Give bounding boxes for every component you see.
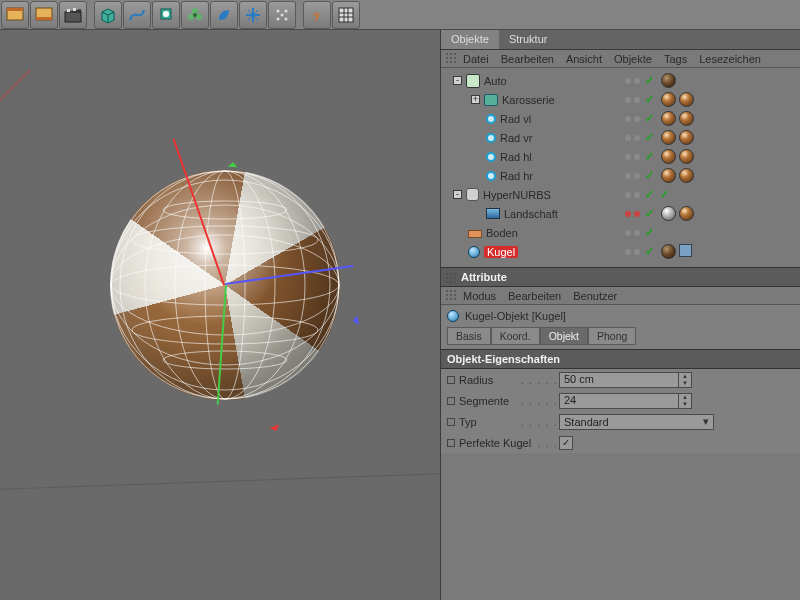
attr-menu-user[interactable]: Benutzer [573, 290, 617, 302]
material-tag-icon[interactable] [661, 111, 676, 126]
toolbar-cube-icon[interactable] [94, 1, 122, 29]
expand-icon[interactable] [447, 418, 455, 426]
tree-label[interactable]: Rad vl [500, 113, 531, 125]
tree-label[interactable]: Rad hr [500, 170, 533, 182]
sphere-object[interactable] [110, 170, 340, 400]
check-icon[interactable]: ✓ [645, 188, 654, 200]
check-icon[interactable]: ✓ [645, 93, 654, 105]
spinner-radius[interactable]: ▲▼ [679, 372, 692, 388]
check-icon[interactable]: ✓ [645, 112, 654, 124]
material-tag-icon[interactable] [679, 149, 694, 164]
viewport-3d[interactable] [0, 30, 440, 600]
material-tag-icon[interactable] [661, 73, 676, 88]
visibility-dots[interactable] [625, 78, 640, 84]
check-icon[interactable]: ✓ [645, 150, 654, 162]
visibility-dots[interactable] [625, 135, 640, 141]
material-tag-icon[interactable] [661, 168, 676, 183]
material-tag-icon[interactable] [661, 206, 676, 221]
tree-toggle-icon[interactable]: + [471, 95, 480, 104]
tag-icon[interactable] [679, 244, 692, 257]
tree-row[interactable]: Rad hl✓ [443, 147, 798, 166]
toolbar-deform-icon[interactable] [239, 1, 267, 29]
attr-tab-koord[interactable]: Koord. [491, 327, 540, 345]
menu-edit[interactable]: Bearbeiten [501, 53, 554, 65]
tree-label[interactable]: Landschaft [504, 208, 558, 220]
tree-label[interactable]: Rad hl [500, 151, 532, 163]
check-icon[interactable]: ✓ [645, 169, 654, 181]
visibility-dots[interactable] [625, 116, 640, 122]
tree-row[interactable]: Rad hr✓ [443, 166, 798, 185]
tree-label[interactable]: Rad vr [500, 132, 532, 144]
check-icon[interactable]: ✓ [645, 226, 654, 238]
expand-icon[interactable] [447, 397, 455, 405]
visibility-dots[interactable] [625, 249, 640, 255]
toolbar-dots-icon[interactable] [268, 1, 296, 29]
tree-row[interactable]: Landschaft✓ [443, 204, 798, 223]
checkbox-perfect-sphere[interactable]: ✓ [559, 436, 573, 450]
attr-tab-basis[interactable]: Basis [447, 327, 491, 345]
toolbar-help-icon[interactable]: ? [303, 1, 331, 29]
toolbar-flower-icon[interactable] [181, 1, 209, 29]
menu-bookmarks[interactable]: Lesezeichen [699, 53, 761, 65]
tree-toggle-icon[interactable]: - [453, 76, 462, 85]
tree-row[interactable]: Kugel✓✓ [443, 242, 798, 261]
material-tag-icon[interactable] [661, 130, 676, 145]
attr-menu-mode[interactable]: Modus [463, 290, 496, 302]
tree-label[interactable]: Karosserie [502, 94, 555, 106]
material-tag-icon[interactable] [661, 244, 676, 259]
material-tag-icon[interactable] [679, 168, 694, 183]
expand-icon[interactable] [447, 376, 455, 384]
toolbar-leaf-icon[interactable] [210, 1, 238, 29]
material-tag-icon[interactable] [661, 92, 676, 107]
tree-toggle-icon[interactable]: - [453, 190, 462, 199]
visibility-dots[interactable] [625, 173, 640, 179]
menu-tags[interactable]: Tags [664, 53, 687, 65]
toolbar-clapper-icon[interactable] [59, 1, 87, 29]
tree-label[interactable]: Kugel [484, 246, 518, 258]
visibility-dots[interactable] [625, 211, 640, 217]
toolbar-brush-icon[interactable] [152, 1, 180, 29]
tree-label[interactable]: HyperNURBS [483, 189, 551, 201]
visibility-dots[interactable] [625, 192, 640, 198]
menu-objects[interactable]: Objekte [614, 53, 652, 65]
menu-file[interactable]: Datei [463, 53, 489, 65]
tree-label[interactable]: Auto [484, 75, 507, 87]
tree-row[interactable]: +Karosserie✓ [443, 90, 798, 109]
attr-tab-objekt[interactable]: Objekt [540, 327, 588, 345]
drag-handle-icon[interactable] [445, 52, 457, 64]
check-icon[interactable]: ✓ [660, 188, 669, 200]
input-segments[interactable]: 24 [559, 393, 679, 409]
tree-row[interactable]: -Auto✓ [443, 71, 798, 90]
material-tag-icon[interactable] [661, 149, 676, 164]
attr-tab-phong[interactable]: Phong [588, 327, 636, 345]
tree-row[interactable]: -HyperNURBS✓✓ [443, 185, 798, 204]
menu-view[interactable]: Ansicht [566, 53, 602, 65]
tree-row[interactable]: Rad vr✓ [443, 128, 798, 147]
material-tag-icon[interactable] [679, 111, 694, 126]
drag-handle-icon[interactable] [445, 272, 457, 284]
tab-objects[interactable]: Objekte [441, 30, 499, 49]
material-tag-icon[interactable] [679, 92, 694, 107]
toolbar-grid-icon[interactable] [332, 1, 360, 29]
check-icon[interactable]: ✓ [645, 74, 654, 86]
tab-structure[interactable]: Struktur [499, 30, 558, 49]
check-icon[interactable]: ✓ [645, 245, 654, 257]
check-icon[interactable]: ✓ [645, 207, 654, 219]
tree-row[interactable]: Boden✓ [443, 223, 798, 242]
tree-row[interactable]: Rad vl✓ [443, 109, 798, 128]
visibility-dots[interactable] [625, 230, 640, 236]
tree-label[interactable]: Boden [486, 227, 518, 239]
input-radius[interactable]: 50 cm [559, 372, 679, 388]
toolbar-spline-icon[interactable] [123, 1, 151, 29]
attr-menu-edit[interactable]: Bearbeiten [508, 290, 561, 302]
visibility-dots[interactable] [625, 154, 640, 160]
dropdown-type[interactable]: Standard [559, 414, 714, 430]
check-icon[interactable]: ✓ [645, 131, 654, 143]
toolbar-picture1-icon[interactable] [1, 1, 29, 29]
toolbar-picture2-icon[interactable] [30, 1, 58, 29]
drag-handle-icon[interactable] [445, 289, 457, 301]
expand-icon[interactable] [447, 439, 455, 447]
material-tag-icon[interactable] [679, 130, 694, 145]
visibility-dots[interactable] [625, 97, 640, 103]
spinner-segments[interactable]: ▲▼ [679, 393, 692, 409]
